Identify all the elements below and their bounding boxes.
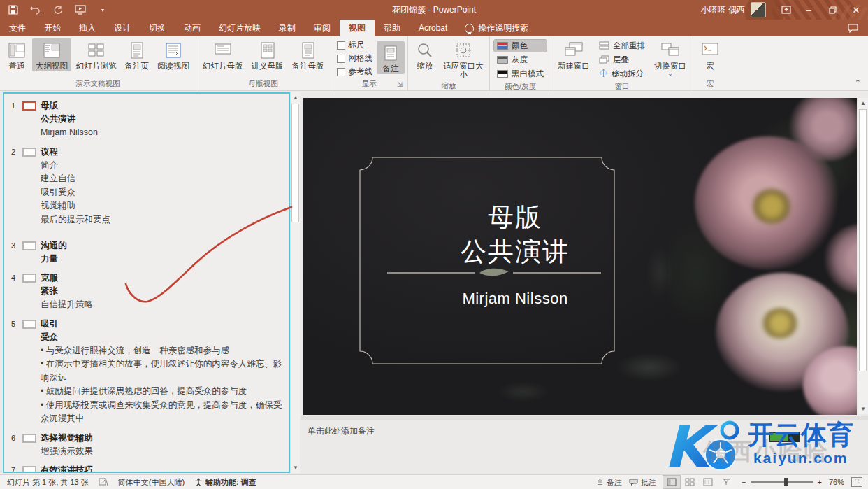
group-label: 显示 bbox=[334, 78, 405, 90]
minimize-button[interactable]: – bbox=[797, 0, 820, 20]
zoom-slider[interactable] bbox=[751, 481, 813, 483]
outline-slide-4[interactable]: 4 克服 紧张 自信提升策略 bbox=[11, 271, 284, 312]
outline-slide-3[interactable]: 3 沟通的 力量 bbox=[11, 239, 284, 266]
normal-view-button[interactable]: 普通 bbox=[3, 38, 31, 71]
account-name[interactable]: 小嗒嗒 偶西 bbox=[701, 4, 745, 16]
tab-design[interactable]: 设计 bbox=[105, 20, 140, 36]
redo-icon[interactable] bbox=[50, 2, 66, 17]
move-split-button[interactable]: 移动拆分 bbox=[596, 68, 648, 80]
zoom-out-icon[interactable]: − bbox=[742, 478, 746, 486]
checkbox-icon bbox=[337, 68, 345, 76]
cascade-icon bbox=[599, 55, 609, 65]
arrange-all-button[interactable]: 全部重排 bbox=[596, 40, 648, 52]
slide-master-button[interactable]: 幻灯片母版 bbox=[199, 38, 247, 71]
tab-review[interactable]: 审阅 bbox=[305, 20, 340, 36]
macros-button[interactable]: 宏 bbox=[696, 38, 724, 71]
zoom-percentage[interactable]: 76% bbox=[829, 478, 844, 486]
normal-view-icon bbox=[8, 41, 26, 60]
outline-slide-1[interactable]: 1 母版 公共演讲 Mirjam Nilsson bbox=[11, 99, 284, 140]
reading-view-statusbar[interactable] bbox=[700, 476, 716, 488]
grayscale-button[interactable]: 灰度 bbox=[494, 54, 547, 66]
fit-to-window-button[interactable]: 适应窗口大小 bbox=[440, 38, 486, 80]
tab-file[interactable]: 文件 bbox=[0, 20, 35, 36]
scroll-up-icon[interactable]: ▲ bbox=[291, 93, 301, 102]
outline-slide-5[interactable]: 5 吸引 受众 • 与受众进行眼神交流，创造一种亲密感和参与感 • 在演示中穿插… bbox=[11, 318, 284, 426]
slide-thumb-icon bbox=[22, 320, 36, 329]
reading-view-button[interactable]: 阅读视图 bbox=[154, 38, 193, 71]
tab-transitions[interactable]: 切换 bbox=[140, 20, 175, 36]
accessibility-status[interactable]: 辅助功能: 调查 bbox=[194, 477, 256, 488]
comments-button-top[interactable] bbox=[838, 20, 868, 36]
tab-view[interactable]: 视图 bbox=[340, 20, 375, 36]
tell-me-search[interactable]: 操作说明搜索 bbox=[456, 20, 537, 36]
zoom-slider-handle[interactable] bbox=[784, 478, 788, 486]
start-slideshow-icon[interactable] bbox=[73, 2, 88, 17]
notes-pane[interactable]: 单击此处添加备注 bbox=[301, 420, 868, 474]
fit-slide-icon[interactable]: ⛶ bbox=[851, 477, 862, 487]
slideshow-statusbar[interactable] bbox=[718, 476, 735, 488]
scroll-down-icon[interactable]: ▼ bbox=[291, 463, 301, 472]
arrange-all-icon bbox=[599, 41, 609, 51]
slide-sorter-statusbar[interactable] bbox=[681, 476, 698, 488]
restore-button[interactable] bbox=[820, 0, 844, 20]
macros-icon bbox=[701, 41, 719, 60]
zoom-in-icon[interactable]: + bbox=[818, 478, 822, 486]
notes-toggle-statusbar[interactable]: 备注 bbox=[596, 477, 622, 488]
notes-master-button[interactable]: 备注母版 bbox=[289, 38, 328, 71]
switch-windows-button[interactable]: 切换窗口 ⌄ bbox=[651, 38, 690, 77]
slide-scrollbar[interactable]: ▲ ▼ bbox=[858, 98, 868, 414]
undo-icon[interactable] bbox=[28, 2, 43, 17]
color-mode-button[interactable]: 颜色 bbox=[494, 40, 547, 52]
collapse-ribbon-icon[interactable]: ⌃ bbox=[855, 78, 861, 87]
gridlines-checkbox[interactable]: 网格线 bbox=[337, 53, 373, 64]
outline-view-icon bbox=[43, 41, 61, 60]
slide-subtitle-placeholder[interactable]: Mirjam Nilsson bbox=[403, 290, 627, 308]
tab-slideshow[interactable]: 幻灯片放映 bbox=[210, 20, 270, 36]
notes-page-button[interactable]: 备注页 bbox=[122, 38, 153, 71]
group-window: 新建窗口 全部重排 层叠 移动拆分 bbox=[551, 36, 693, 90]
scrollbar-thumb[interactable] bbox=[291, 104, 299, 222]
ruler-checkbox[interactable]: 标尺 bbox=[337, 40, 373, 50]
spellcheck-icon[interactable] bbox=[99, 478, 108, 486]
tab-animations[interactable]: 动画 bbox=[175, 20, 210, 36]
cascade-button[interactable]: 层叠 bbox=[596, 54, 648, 66]
ribbon-display-options-icon[interactable] bbox=[776, 0, 797, 20]
slide-canvas[interactable]: 母版 公共演讲 Mirjam Nilsson bbox=[303, 98, 857, 415]
dialog-launcher-icon[interactable]: ⇲ bbox=[397, 80, 405, 89]
language-indicator[interactable]: 简体中文(中国大陆) bbox=[118, 477, 185, 488]
tab-help[interactable]: 帮助 bbox=[375, 20, 410, 36]
tab-insert[interactable]: 插入 bbox=[70, 20, 105, 36]
normal-view-statusbar[interactable] bbox=[663, 476, 680, 488]
close-button[interactable]: ✕ bbox=[844, 0, 868, 20]
group-presentation-views: 普通 大纲视图 幻灯片浏览 备注页 阅读视图 bbox=[0, 36, 196, 90]
tab-home[interactable]: 开始 bbox=[35, 20, 70, 36]
zoom-button[interactable]: 缩放 bbox=[411, 38, 439, 71]
slide-counter[interactable]: 幻灯片 第 1 张, 共 13 张 bbox=[7, 477, 89, 488]
tab-acrobat[interactable]: Acrobat bbox=[410, 20, 456, 36]
tab-record[interactable]: 录制 bbox=[270, 20, 305, 36]
save-icon[interactable] bbox=[6, 2, 21, 17]
outline-pane[interactable]: 1 母版 公共演讲 Mirjam Nilsson 2 议程 简介 建立自信 bbox=[3, 92, 290, 473]
notes-toggle-button[interactable]: 备注 bbox=[377, 41, 405, 74]
scrollbar-thumb[interactable] bbox=[859, 109, 867, 371]
customize-qat-icon[interactable]: ▾ bbox=[95, 2, 110, 17]
outline-scrollbar[interactable]: ▲ ▼ bbox=[290, 92, 300, 473]
black-white-button[interactable]: 黑白模式 bbox=[494, 68, 547, 80]
outline-slide-7[interactable]: 7 有效演讲技巧 1这是公开演讲中使用的强大工具。它包括改变音高、音调和音量来传… bbox=[11, 464, 284, 473]
avatar[interactable] bbox=[751, 2, 766, 17]
scroll-up-icon[interactable]: ▲ bbox=[858, 99, 868, 108]
slide-sorter-button[interactable]: 幻灯片浏览 bbox=[73, 38, 120, 71]
slide-thumb-icon bbox=[22, 241, 36, 250]
new-window-button[interactable]: 新建窗口 bbox=[554, 38, 593, 71]
notes-icon bbox=[596, 479, 604, 486]
handout-master-button[interactable]: 讲义母版 bbox=[248, 38, 287, 71]
scroll-down-icon[interactable]: ▼ bbox=[858, 404, 868, 413]
slide-title-placeholder[interactable]: 母版 公共演讲 bbox=[403, 200, 627, 269]
comments-toggle-statusbar[interactable]: 批注 bbox=[629, 477, 656, 488]
handout-master-icon bbox=[260, 41, 275, 60]
slide-master-icon bbox=[214, 41, 232, 60]
outline-slide-6[interactable]: 6 选择视觉辅助 增强演示效果 bbox=[11, 432, 284, 459]
outline-slide-2[interactable]: 2 议程 简介 建立自信 吸引受众 视觉辅助 最后的提示和要点 bbox=[11, 146, 284, 227]
outline-view-button[interactable]: 大纲视图 bbox=[32, 38, 71, 71]
guides-checkbox[interactable]: 参考线 bbox=[337, 66, 373, 77]
